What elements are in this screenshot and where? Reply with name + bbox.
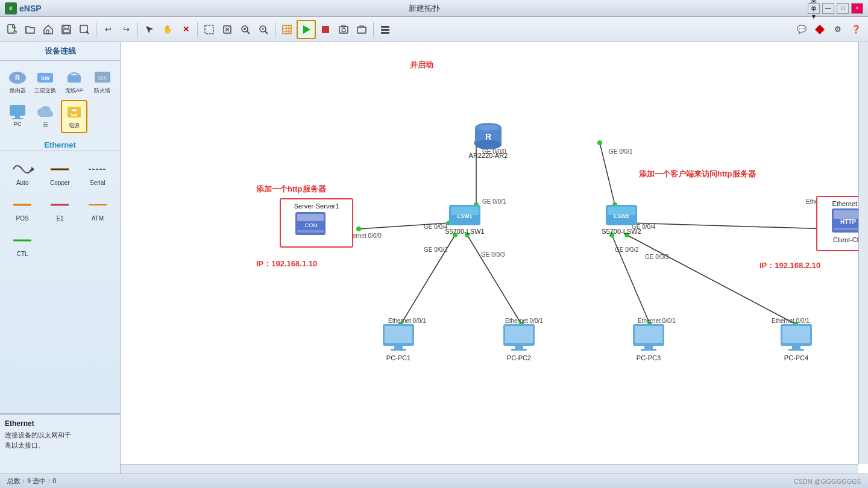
serial-cable-icon [86, 159, 110, 180]
port-pc1-eth001: Ethernet 0/0/1 [388, 318, 426, 324]
screenshot-button[interactable] [335, 21, 352, 38]
help-button[interactable]: ❓ [848, 21, 864, 38]
device-security[interactable]: SEC 防火墙 [90, 66, 115, 98]
info-text: 连接设备的以太网和千兆以太接口。 [5, 430, 115, 450]
device-router[interactable]: R 路由器 [5, 66, 30, 98]
canvas-area[interactable]: 并启动 添加一个http服务器 添加一个客户端来访问http服务器 IP：192… [121, 42, 868, 474]
port-pc3-eth001: Ethernet 0/0/1 [638, 318, 676, 324]
device-cloud[interactable]: 云 [33, 100, 58, 133]
node-server[interactable]: Server-Server1 .COM [280, 199, 353, 247]
cable-serial[interactable]: Serial [80, 156, 115, 189]
dot-server [356, 227, 361, 231]
sep2 [137, 22, 138, 37]
cable-e1[interactable]: E1 [42, 192, 77, 225]
svg-marker-17 [303, 25, 310, 34]
stop-button[interactable] [317, 21, 334, 38]
port-lsw1-ge003: GE 0/0/3 [481, 251, 505, 258]
node-lsw2[interactable]: LSW2 S5700-LSW2 [602, 205, 641, 235]
close-button[interactable]: × [851, 3, 863, 14]
zoom-area-button[interactable] [201, 21, 218, 38]
cable-ctl[interactable]: CTL [5, 227, 40, 260]
ip-server: IP：192.168.1.10 [256, 259, 317, 268]
router-icon: R [7, 69, 28, 87]
l3switch-label: 三层交换 [34, 87, 56, 95]
app-logo: e eNSP [5, 2, 42, 14]
annotation-started: 并启动 [409, 60, 433, 69]
capture-button[interactable] [353, 21, 370, 38]
power-label: 电源 [69, 122, 80, 130]
select-button[interactable] [141, 21, 158, 38]
svg-rect-74 [385, 326, 412, 343]
sep5 [373, 22, 374, 37]
cable-atm[interactable]: ATM [80, 192, 115, 225]
open-button[interactable] [22, 21, 39, 38]
new-button[interactable]: + [4, 21, 20, 38]
security-label: 防火墙 [94, 87, 110, 95]
zoom-fit-button[interactable] [219, 21, 236, 38]
svg-text:S5700-LSW2: S5700-LSW2 [602, 228, 641, 235]
device-l3switch[interactable]: SW 三层交换 [33, 66, 58, 98]
save-button[interactable] [58, 21, 75, 38]
svg-rect-22 [357, 27, 366, 33]
svg-rect-69 [834, 210, 858, 219]
svg-rect-24 [381, 29, 389, 31]
wireless-label: 无线AP [65, 87, 83, 95]
dot-router-lsw2-top [597, 140, 602, 145]
svg-rect-8 [205, 25, 213, 34]
status-total: 总数：9 选中：0 [7, 477, 56, 486]
vertical-scrollbar[interactable] [858, 42, 868, 464]
toolbar: + ↩ ↪ ✋ ✕ [0, 17, 868, 42]
device-wireless[interactable]: 无线AP [61, 66, 87, 98]
drag-button[interactable]: ✋ [159, 21, 176, 38]
svg-rect-91 [788, 349, 804, 351]
port-lsw1-ge002: GE 0/0/2 [424, 246, 448, 253]
saveas-button[interactable] [76, 21, 93, 38]
svg-rect-31 [68, 75, 81, 83]
node-client[interactable]: Ethernet 0/0/0 HTTP Client-Client1 [817, 196, 858, 251]
node-pc3[interactable]: PC-PC3 [633, 324, 664, 361]
svg-text:HTTP: HTTP [840, 219, 856, 225]
atm-cable-icon [86, 195, 110, 215]
cable-auto[interactable]: Auto [5, 156, 40, 189]
chat-button[interactable]: 💬 [793, 21, 810, 38]
minimize-button[interactable]: — [822, 3, 834, 14]
settings-button[interactable]: ⚙ [829, 21, 846, 38]
svg-rect-12 [283, 25, 291, 34]
security-icon: SEC [92, 69, 113, 87]
device-pc[interactable]: PC [5, 100, 30, 133]
port-pc4-eth001: Ethernet 0/0/1 [772, 318, 810, 324]
topology-canvas: 并启动 添加一个http服务器 添加一个客户端来访问http服务器 IP：192… [121, 42, 858, 464]
svg-rect-84 [635, 326, 662, 343]
window-title: 新建拓扑 [409, 3, 440, 14]
delete-button[interactable]: ✕ [177, 21, 194, 38]
cable-pos[interactable]: POS [5, 192, 40, 225]
info-title: Ethernet [5, 419, 115, 428]
device-power[interactable]: 电源 [61, 100, 87, 133]
grid-button[interactable] [278, 21, 295, 38]
node-pc2[interactable]: PC-PC2 [503, 324, 535, 361]
svg-rect-63 [297, 214, 324, 221]
cable-grid: Auto Copper Serial [0, 151, 120, 265]
play-button[interactable] [297, 20, 316, 39]
cable-copper[interactable]: Copper [42, 156, 77, 189]
undo-button[interactable]: ↩ [99, 21, 116, 38]
node-pc4[interactable]: PC-PC4 [781, 324, 812, 361]
huawei-button[interactable] [811, 21, 828, 38]
topo-options-button[interactable] [377, 21, 394, 38]
horizontal-scrollbar[interactable] [121, 464, 858, 474]
port-lsw2-ge002: GE 0/0/2 [615, 246, 639, 253]
node-pc1[interactable]: PC-PC1 [383, 324, 414, 361]
zoom-out-button[interactable] [255, 21, 272, 38]
node-lsw1[interactable]: LSW1 S5700-LSW1 [445, 205, 484, 235]
zoom-in-button[interactable] [237, 21, 254, 38]
titlebar: e eNSP 新建拓扑 菜 单▼ — □ × [0, 0, 868, 17]
redo-button[interactable]: ↪ [118, 21, 134, 38]
svg-text:R: R [485, 132, 491, 142]
svg-text:AR2220-AR2: AR2220-AR2 [469, 152, 508, 159]
svg-rect-80 [515, 346, 523, 349]
home-button[interactable] [40, 21, 57, 38]
maximize-button[interactable]: □ [837, 3, 849, 14]
atm-label: ATM [92, 215, 104, 222]
menu-button[interactable]: 菜 单▼ [808, 3, 820, 14]
svg-rect-79 [505, 326, 533, 343]
